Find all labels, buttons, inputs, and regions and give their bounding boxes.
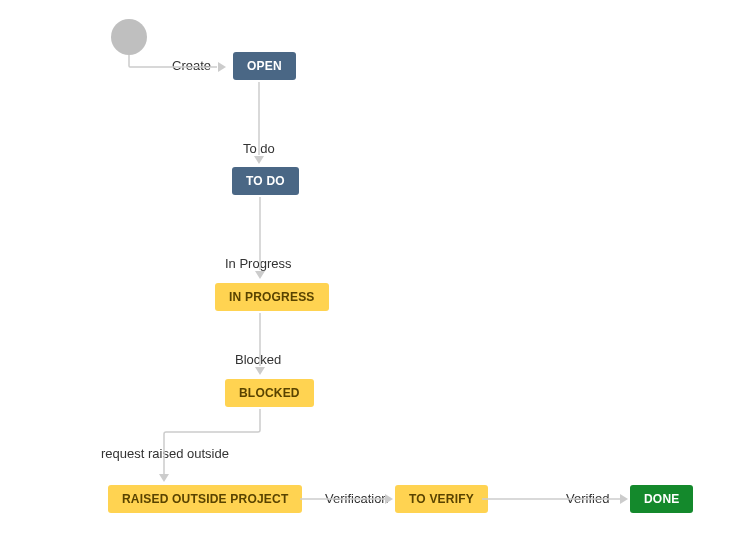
connector-start-create <box>0 0 743 556</box>
arrow-verification-icon <box>385 494 393 504</box>
transition-todo-label: To do <box>243 141 275 156</box>
state-open[interactable]: OPEN <box>233 52 296 80</box>
state-raised-outside-project[interactable]: RAISED OUTSIDE PROJECT <box>108 485 302 513</box>
arrow-todo-icon <box>254 156 264 164</box>
transition-verification-label: Verification <box>325 491 389 506</box>
state-to-verify[interactable]: TO VERIFY <box>395 485 488 513</box>
arrow-raised-icon <box>159 474 169 482</box>
start-node <box>111 19 147 55</box>
transition-blocked-label: Blocked <box>235 352 281 367</box>
arrow-blocked-icon <box>255 367 265 375</box>
state-in-progress[interactable]: IN PROGRESS <box>215 283 329 311</box>
connector-raised-verify <box>0 0 743 556</box>
transition-create-label: Create <box>172 58 211 73</box>
connector-verify-done <box>0 0 743 556</box>
transition-inprogress-label: In Progress <box>225 256 291 271</box>
arrow-inprogress-icon <box>255 271 265 279</box>
workflow-diagram: OPEN TO DO IN PROGRESS BLOCKED RAISED OU… <box>0 0 743 556</box>
connector-open-todo <box>0 0 743 556</box>
state-blocked[interactable]: BLOCKED <box>225 379 314 407</box>
state-done[interactable]: DONE <box>630 485 693 513</box>
connector-inprogress-blocked <box>0 0 743 556</box>
transition-verified-label: Verified <box>566 491 609 506</box>
connector-blocked-raised <box>0 0 743 556</box>
arrow-create-icon <box>218 62 226 72</box>
arrow-verified-icon <box>620 494 628 504</box>
state-todo[interactable]: TO DO <box>232 167 299 195</box>
transition-raised-label: request raised outside <box>101 446 229 461</box>
connector-todo-inprogress <box>0 0 743 556</box>
